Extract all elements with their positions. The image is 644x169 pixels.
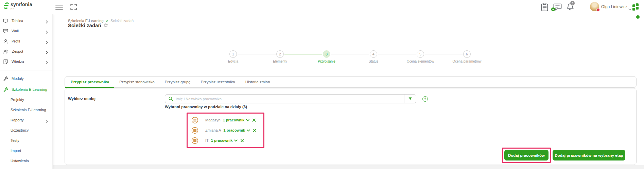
add-employees-button[interactable]: Dodaj pracowników (504, 150, 549, 160)
sidebar-subitem-import[interactable]: Import (0, 146, 52, 156)
chevron-down-icon[interactable] (247, 129, 250, 132)
user-menu-chevron-down-icon[interactable] (628, 6, 631, 12)
step-circle: 3 (323, 50, 330, 58)
sidebar-subitem-label: Uczestnicy (11, 128, 29, 132)
stepper-step-6[interactable]: 6 Ocena parametrów (447, 50, 487, 63)
department-count[interactable]: 1 pracownik (211, 138, 233, 142)
step-circle: 6 (463, 50, 471, 58)
step-label: Przypisanie (318, 60, 335, 63)
notifications-bell-icon[interactable]: 5 (567, 3, 574, 12)
selected-employees-header: Wybrani pracownicy w podziale na działy … (165, 105, 247, 109)
stepper-step-5[interactable]: 5 Ocena elementów (400, 50, 441, 63)
department-count[interactable]: 1 pracownik (223, 118, 245, 122)
sidebar-subitem-testy[interactable]: Testy (0, 135, 52, 146)
chevron-down-icon[interactable] (246, 119, 249, 121)
sidebar-item-tablica[interactable]: Tablica (0, 16, 52, 26)
employee-search-input[interactable] (176, 97, 404, 101)
fullscreen-icon[interactable] (70, 4, 77, 11)
tab-przypisz-uczestnika[interactable]: Przypisz uczestnika (196, 77, 240, 87)
sidebar-subitem-label: Import (11, 149, 21, 153)
messages-status-check-icon (551, 7, 555, 11)
sidebar-item-label: Zespół (12, 49, 23, 53)
breadcrumb-current: Ścieżki zadań (110, 19, 134, 23)
sidebar-subitem-label: Ustawienia (11, 159, 29, 163)
sidebar-item-label: Profil (12, 39, 20, 43)
tabs-bar: Przypisz pracownika Przypisz stanowisko … (65, 76, 637, 88)
filter-funnel-icon[interactable] (404, 95, 416, 103)
remove-department-x-icon[interactable] (252, 118, 256, 122)
sidebar-item-wall[interactable]: Wall (0, 26, 52, 36)
stepper-step-1[interactable]: 1 Edycja (213, 50, 254, 63)
department-row-magazyn: Magazyn 1 pracownik (191, 115, 257, 125)
sidebar-item-label: Wiedza (12, 60, 24, 64)
sidebar-item-profil[interactable]: Profil (0, 36, 52, 46)
sidebar-item-moduly[interactable]: Moduły (0, 73, 52, 84)
department-icon (191, 127, 198, 134)
remove-department-x-icon[interactable] (253, 129, 257, 132)
stepper-step-4[interactable]: 4 Status (353, 50, 394, 63)
sidebar-subitem-ustawienia[interactable]: Ustawienia (0, 156, 52, 166)
wrench-icon (3, 87, 8, 92)
department-icon (191, 137, 198, 144)
step-label: Status (369, 60, 378, 63)
sidebar-item-label: Moduły (12, 77, 23, 81)
tasks-clipboard-icon[interactable] (541, 3, 548, 13)
menu-toggle-icon[interactable] (55, 4, 63, 10)
step-circle: 2 (276, 50, 284, 58)
app-root: symfonia HR (0, 0, 644, 169)
search-icon (169, 97, 173, 101)
page-title: Ścieżki zadań (68, 22, 101, 28)
tab-przypisz-grupe[interactable]: Przypisz grupę (160, 77, 196, 87)
team-icon (3, 49, 8, 54)
chevron-down-icon[interactable] (234, 139, 238, 142)
chevron-right-icon (46, 60, 48, 66)
sidebar-subitem-raporty[interactable]: Raporty (0, 115, 52, 125)
user-status-dot (596, 8, 600, 12)
sidebar-subitem-label: Raporty (11, 118, 24, 122)
user-name[interactable]: Olga Liniewicz (601, 4, 627, 9)
step-circle: 1 (229, 50, 237, 58)
step-label: Elementy (273, 60, 287, 63)
department-count[interactable]: 1 pracownik (223, 128, 245, 132)
department-row-it: IT 1 pracownik (191, 135, 257, 146)
sidebar-item-label: Tablica (12, 19, 23, 23)
stepper-step-3-active[interactable]: 3 Przypisanie (306, 50, 347, 63)
sidebar-subitem-projekty[interactable]: Projekty (0, 95, 52, 105)
sidebar-subitem-uczestnicy[interactable]: Uczestnicy (0, 125, 52, 135)
sidebar-subitem-szkolenia-elearning[interactable]: Szkolenia E-Learning (0, 105, 52, 115)
department-row-zmiana-a: Zmiana A 1 pracownik (191, 125, 257, 135)
messages-icon[interactable] (553, 3, 562, 12)
tab-przypisz-pracownika[interactable]: Przypisz pracownika (66, 77, 114, 87)
brand-sub-label: HR (11, 7, 32, 10)
tab-historia-zmian[interactable]: Historia zmian (240, 77, 275, 87)
sidebar-item-wiedza[interactable]: Wiedza (0, 56, 52, 67)
sidebar-item-szkolenia-elearning[interactable]: Szkolenia E-Learning (0, 84, 52, 95)
help-question-icon[interactable]: ? (422, 96, 428, 102)
department-icon (191, 117, 198, 124)
board-icon (3, 18, 8, 23)
top-bar: symfonia HR (0, 0, 644, 14)
profile-icon (3, 39, 8, 44)
chevron-right-icon (46, 29, 48, 35)
symfonia-logo-icon (3, 2, 9, 10)
step-label: Edycja (228, 60, 238, 63)
sidebar: Tablica Wall Profil (0, 14, 53, 169)
wrench-icon (3, 76, 8, 81)
sidebar-subitem-label: Projekty (11, 98, 24, 102)
sidebar-item-zespol[interactable]: Zespół (0, 46, 52, 56)
sidebar-item-label: Wall (12, 29, 19, 33)
brand-logo[interactable]: symfonia HR (3, 2, 32, 10)
department-name: Magazyn (205, 118, 221, 122)
step-label: Ocena parametrów (452, 60, 481, 63)
remove-department-x-icon[interactable] (240, 139, 244, 142)
presence-green-dot (636, 15, 640, 19)
sidebar-divider (0, 70, 52, 70)
user-avatar[interactable] (590, 2, 599, 11)
chevron-right-icon (46, 118, 48, 124)
tab-przypisz-stanowisko[interactable]: Przypisz stanowisko (114, 77, 160, 87)
sidebar-item-label: Szkolenia E-Learning (12, 87, 47, 91)
favorite-star-icon[interactable] (103, 23, 108, 28)
apps-grid-icon[interactable] (632, 3, 639, 11)
stepper-step-2[interactable]: 2 Elementy (260, 50, 300, 63)
add-employees-to-stage-button[interactable]: Dodaj pracowników na wybrany etap (553, 150, 625, 160)
